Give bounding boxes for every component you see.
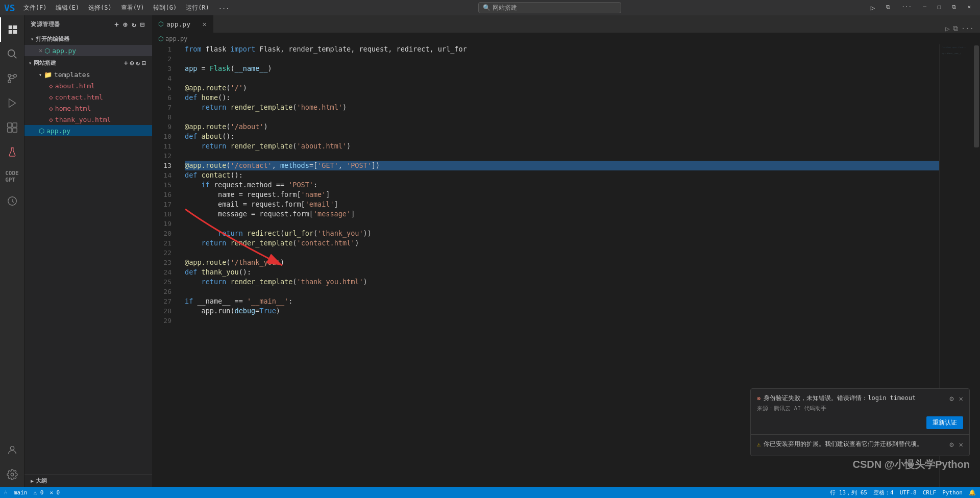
activity-codegpt[interactable]: CODEGPT	[0, 164, 24, 189]
file-contact-html[interactable]: ◇ contact.html	[24, 91, 152, 103]
main-layout: CODEGPT 资源管理器 + ⊕ ↻ ⊟ ▾ 打开的编辑器	[0, 15, 980, 487]
new-file-icon[interactable]: +	[113, 19, 120, 30]
tab-filename: app.py	[166, 20, 190, 28]
activity-extensions[interactable]	[0, 115, 24, 140]
activity-search[interactable]	[0, 42, 24, 66]
file-home-html[interactable]: ◇ home.html	[24, 103, 152, 114]
code-line-29	[185, 316, 939, 326]
file-about-label: about.html	[55, 82, 95, 90]
folder-templates-label: templates	[54, 71, 90, 79]
language-mode[interactable]: Python	[942, 489, 963, 496]
ln18: 18	[152, 209, 172, 219]
menu-view[interactable]: 查看(V)	[117, 3, 149, 13]
svg-rect-6	[7, 123, 11, 127]
new-file-proj-icon[interactable]: +	[124, 59, 128, 67]
run-icon[interactable]: ▷	[866, 2, 880, 14]
maximize-button[interactable]: □	[933, 2, 946, 14]
project-section[interactable]: ▾ 网站搭建 + ⊕ ↻ ⊟	[24, 57, 152, 69]
ln1: 1	[152, 44, 172, 54]
activity-run[interactable]	[0, 91, 24, 115]
file-thankyou-label: thank_you.html	[55, 116, 111, 123]
reauth-button[interactable]: 重新认证	[926, 416, 963, 429]
menu-run[interactable]: 运行(R)	[182, 3, 213, 13]
run-code-icon[interactable]: ▷	[945, 24, 949, 33]
outline-label: 大纲	[36, 477, 47, 485]
ln11: 11	[152, 141, 172, 151]
activity-custom[interactable]	[0, 189, 24, 213]
warning-count[interactable]: ✕ 0	[50, 489, 60, 496]
warning-close-icon[interactable]: ✕	[959, 440, 963, 449]
ln29: 29	[152, 316, 172, 326]
notification-close-icon[interactable]: ✕	[959, 394, 963, 403]
menu-edit[interactable]: 编辑(E)	[52, 3, 83, 13]
cursor-position[interactable]: 行 13，列 65	[830, 489, 867, 496]
outline-section[interactable]: ▶ 大纲	[24, 475, 152, 487]
folder-icon: 📁	[44, 71, 52, 79]
open-file-item[interactable]: ✕ ⬡ app.py	[24, 45, 152, 56]
file-about-html[interactable]: ◇ about.html	[24, 80, 152, 91]
file-app-py[interactable]: ⬡ app.py	[24, 125, 152, 136]
ln2: 2	[152, 54, 172, 64]
code-line-6: def home():	[185, 93, 939, 103]
tab-close-icon[interactable]: ✕	[203, 20, 207, 28]
line-ending[interactable]: CRLF	[923, 489, 937, 496]
code-line-18: message = request.form['message']	[185, 209, 939, 219]
folder-templates[interactable]: ▾ 📁 templates	[24, 69, 152, 80]
activity-flask[interactable]	[0, 140, 24, 164]
notification-panel: ⊗ 身份验证失败，未知错误。错误详情：login timeout ⚙ ✕ 来源：…	[750, 388, 970, 456]
project-label: 网站搭建	[34, 59, 56, 67]
refresh-proj-icon[interactable]: ↻	[136, 59, 140, 67]
code-line-23: @app.route('/thank_you')	[185, 258, 939, 267]
code-line-26	[185, 287, 939, 296]
restore-button[interactable]: ⧉	[947, 2, 961, 14]
warning-icon: ⚠	[757, 441, 761, 448]
open-editors-section[interactable]: ▾ 打开的编辑器	[24, 33, 152, 45]
app-logo-icon: VS	[4, 3, 15, 13]
svg-point-0	[8, 50, 14, 57]
collapse-proj-icon[interactable]: ⊟	[142, 59, 146, 67]
more-tabs-icon[interactable]: ···	[961, 24, 974, 33]
git-branch-icon[interactable]: ⑃	[4, 489, 8, 496]
tab-app-py[interactable]: ⬡ app.py ✕	[152, 15, 213, 33]
menu-file[interactable]: 文件(F)	[19, 3, 51, 13]
new-folder-icon[interactable]: ⊕	[122, 19, 129, 30]
close-icon-small[interactable]: ✕	[39, 47, 42, 54]
notification-bell[interactable]: 🔔	[969, 489, 976, 496]
ln4: 4	[152, 73, 172, 83]
menu-select[interactable]: 选择(S)	[84, 3, 116, 13]
activity-source-control[interactable]	[0, 66, 24, 91]
activity-explorer[interactable]	[0, 17, 24, 42]
activity-settings[interactable]	[0, 462, 24, 487]
code-line-16: name = request.form['name']	[185, 190, 939, 200]
split-editor-icon2[interactable]: ⧉	[953, 24, 958, 33]
new-folder-proj-icon[interactable]: ⊕	[130, 59, 134, 67]
close-button[interactable]: ✕	[962, 2, 976, 14]
menu-goto[interactable]: 转到(G)	[149, 3, 181, 13]
menu-more[interactable]: ...	[214, 3, 234, 13]
indentation[interactable]: 空格：4	[873, 489, 894, 496]
activity-account[interactable]	[0, 438, 24, 462]
file-thankyou-html[interactable]: ◇ thank_you.html	[24, 114, 152, 125]
more-icon[interactable]: ···	[896, 2, 917, 14]
title-search-bar[interactable]: 🔍 网站搭建	[478, 2, 621, 13]
ln24: 24	[152, 267, 172, 277]
warning-settings-icon[interactable]: ⚙	[949, 440, 953, 449]
error-count[interactable]: ⚠ 0	[34, 489, 44, 496]
sidebar: 资源管理器 + ⊕ ↻ ⊟ ▾ 打开的编辑器 ✕ ⬡ app.py ▾ 网站搭建…	[24, 15, 152, 487]
git-branch-label[interactable]: main	[14, 489, 28, 496]
ln14: 14	[152, 170, 172, 180]
tab-bar: ⬡ app.py ✕ ▷ ⧉ ···	[152, 15, 980, 33]
svg-point-2	[8, 80, 11, 83]
minimize-button[interactable]: ─	[918, 2, 932, 14]
sidebar-title: 资源管理器	[31, 20, 60, 28]
ln16: 16	[152, 190, 172, 200]
code-line-2	[185, 54, 939, 64]
editor-area: ⬡ app.py ✕ ▷ ⧉ ··· ⬡ app.py 1 2 3 4 5 6	[152, 15, 980, 487]
notification-settings-icon[interactable]: ⚙	[949, 394, 953, 403]
status-right: 行 13，列 65 空格：4 UTF-8 CRLF Python 🔔	[830, 489, 976, 496]
split-editor-icon[interactable]: ⧉	[881, 2, 895, 14]
code-line-27: if __name__ == '__main__':	[185, 296, 939, 306]
collapse-all-icon[interactable]: ⊟	[139, 19, 146, 30]
encoding[interactable]: UTF-8	[900, 489, 917, 496]
refresh-icon[interactable]: ↻	[131, 19, 137, 30]
